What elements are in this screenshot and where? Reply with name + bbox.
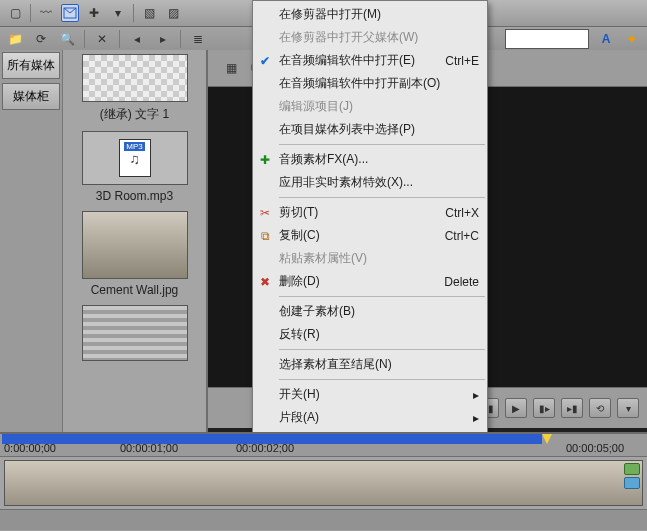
- menu-delete[interactable]: ✖ 删除(D) Delete: [253, 270, 487, 293]
- separator: [119, 30, 120, 48]
- gallery-label: Cement Wall.jpg: [91, 283, 179, 297]
- gallery-item[interactable]: MP3♫ 3D Room.mp3: [82, 131, 188, 203]
- tool-mail-icon[interactable]: [61, 4, 79, 22]
- tool-misc1-icon[interactable]: ▧: [140, 4, 158, 22]
- star-icon[interactable]: ✦: [623, 30, 641, 48]
- media-tabs: 所有媒体 媒体柜: [0, 50, 63, 432]
- menu-reverse[interactable]: 反转(R): [253, 323, 487, 346]
- view-icon[interactable]: ≣: [189, 30, 207, 48]
- preset-dropdown[interactable]: [505, 29, 589, 49]
- ruler-tick: 00:00:01;00: [120, 442, 178, 454]
- gallery-item[interactable]: [82, 305, 188, 361]
- media-panel: 所有媒体 媒体柜 (继承) 文字 1 MP3♫ 3D Room.mp3 Ceme…: [0, 50, 208, 432]
- timeline: 0:00:00;00 00:00:01;00 00:00:02;00 00:00…: [0, 432, 647, 531]
- step-fwd-button[interactable]: ▮▸: [533, 398, 555, 418]
- refresh-icon[interactable]: ⟳: [32, 30, 50, 48]
- clip-gen-button[interactable]: [624, 477, 640, 489]
- menu-label: 选择素材直至结尾(N): [279, 356, 392, 373]
- menu-label: 在修剪器中打开父媒体(W): [279, 29, 418, 46]
- ruler-tick: 0:00:00;00: [4, 442, 56, 454]
- preview-icon[interactable]: ▦: [222, 59, 240, 77]
- check-icon: ✔: [257, 53, 273, 69]
- menu-open-in-trimmer[interactable]: 在修剪器中打开(M): [253, 3, 487, 26]
- time-ruler[interactable]: 0:00:00;00 00:00:01;00 00:00:02;00 00:00…: [0, 434, 647, 457]
- menu-copy[interactable]: ⧉ 复制(C) Ctrl+C: [253, 224, 487, 247]
- separator: [133, 4, 134, 22]
- folder-icon[interactable]: 📁: [6, 30, 24, 48]
- menu-take[interactable]: 片段(A)▸: [253, 406, 487, 429]
- menu-label: 音频素材FX(A)...: [279, 151, 368, 168]
- menu-paste-event-attributes: 粘贴素材属性(V): [253, 247, 487, 270]
- menu-label: 剪切(T): [279, 204, 318, 221]
- thumbnail-image: [82, 305, 188, 361]
- clip-fx-button[interactable]: [624, 463, 640, 475]
- prev-icon[interactable]: ◂: [128, 30, 146, 48]
- menu-separator: [279, 144, 485, 145]
- menu-shortcut: Delete: [444, 275, 479, 289]
- menu-open-in-audio-editor[interactable]: ✔ 在音频编辑软件中打开(E) Ctrl+E: [253, 49, 487, 72]
- gallery-item[interactable]: (继承) 文字 1: [82, 54, 188, 123]
- menu-select-events-to-end[interactable]: 选择素材直至结尾(N): [253, 353, 487, 376]
- menu-separator: [279, 379, 485, 380]
- gallery-item[interactable]: Cement Wall.jpg: [82, 211, 188, 297]
- menu-label: 在项目媒体列表中选择(P): [279, 121, 415, 138]
- loop-button[interactable]: ⟲: [589, 398, 611, 418]
- tool-pointer-icon[interactable]: ▢: [6, 4, 24, 22]
- copy-icon: ⧉: [257, 228, 273, 244]
- tool-plus-icon[interactable]: ✚: [85, 4, 103, 22]
- menu-switches[interactable]: 开关(H)▸: [253, 383, 487, 406]
- timeline-clip[interactable]: [4, 460, 643, 506]
- menu-label: 编辑源项目(J): [279, 98, 353, 115]
- menu-label: 复制(C): [279, 227, 320, 244]
- a-badge-icon[interactable]: A: [597, 30, 615, 48]
- timeline-scroll[interactable]: [0, 509, 647, 530]
- tool-envelope-icon[interactable]: 〰: [37, 4, 55, 22]
- tool-misc2-icon[interactable]: ▨: [164, 4, 182, 22]
- close-x-icon[interactable]: ✕: [93, 30, 111, 48]
- play-button[interactable]: ▶: [505, 398, 527, 418]
- menu-label: 开关(H): [279, 386, 320, 403]
- menu-cut[interactable]: ✂ 剪切(T) Ctrl+X: [253, 201, 487, 224]
- menu-label: 删除(D): [279, 273, 320, 290]
- play-icon[interactable]: ▸: [154, 30, 172, 48]
- menu-label: 应用非实时素材特效(X)...: [279, 174, 413, 191]
- menu-label: 在修剪器中打开(M): [279, 6, 381, 23]
- separator: [30, 4, 31, 22]
- tab-all-media[interactable]: 所有媒体: [2, 52, 60, 79]
- clip-tools: [624, 463, 640, 489]
- ruler-tick: 00:00:02;00: [236, 442, 294, 454]
- gallery-label: 3D Room.mp3: [96, 189, 173, 203]
- gallery-label: (继承) 文字 1: [100, 106, 169, 123]
- menu-separator: [279, 197, 485, 198]
- menu-separator: [279, 296, 485, 297]
- menu-label: 反转(R): [279, 326, 320, 343]
- delete-x-icon: ✖: [257, 274, 273, 290]
- menu-shortcut: Ctrl+C: [445, 229, 479, 243]
- menu-open-parent-in-trimmer: 在修剪器中打开父媒体(W): [253, 26, 487, 49]
- mp3-file-icon: MP3♫: [119, 139, 151, 177]
- menu-label: 在音频编辑软件中打开(E): [279, 52, 415, 69]
- loop-end-flag-icon[interactable]: [542, 434, 552, 444]
- media-gallery: (继承) 文字 1 MP3♫ 3D Room.mp3 Cement Wall.j…: [63, 50, 206, 432]
- menu-shortcut: Ctrl+E: [445, 54, 479, 68]
- timeline-track[interactable]: [0, 457, 647, 509]
- menu-select-in-project-media[interactable]: 在项目媒体列表中选择(P): [253, 118, 487, 141]
- fx-plus-icon: ✚: [257, 152, 273, 168]
- menu-separator: [279, 349, 485, 350]
- search-icon[interactable]: 🔍: [58, 30, 76, 48]
- menu-audio-event-fx[interactable]: ✚ 音频素材FX(A)...: [253, 148, 487, 171]
- thumbnail-mp3: MP3♫: [82, 131, 188, 185]
- menu-create-subclip[interactable]: 创建子素材(B): [253, 300, 487, 323]
- menu-apply-nonrt-fx[interactable]: 应用非实时素材特效(X)...: [253, 171, 487, 194]
- separator: [84, 30, 85, 48]
- separator: [180, 30, 181, 48]
- options-button[interactable]: ▾: [617, 398, 639, 418]
- menu-label: 在音频编辑软件中打开副本(O): [279, 75, 440, 92]
- tab-media-bin[interactable]: 媒体柜: [2, 83, 60, 110]
- menu-label: 粘贴素材属性(V): [279, 250, 367, 267]
- tool-dropdown-icon[interactable]: ▾: [109, 4, 127, 22]
- thumbnail-image: [82, 211, 188, 279]
- menu-label: 创建子素材(B): [279, 303, 355, 320]
- menu-open-copy-in-audio-editor[interactable]: 在音频编辑软件中打开副本(O): [253, 72, 487, 95]
- goto-end-button[interactable]: ▸▮: [561, 398, 583, 418]
